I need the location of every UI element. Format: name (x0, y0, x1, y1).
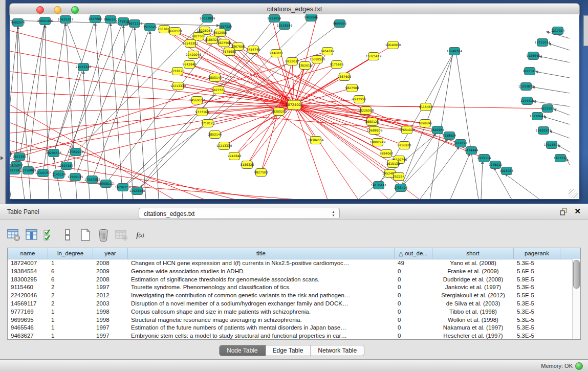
network-node[interactable]: 1217924 (551, 27, 565, 35)
network-node[interactable]: 1615132 (386, 160, 400, 168)
network-node[interactable]: 12923448 (129, 187, 145, 195)
float-panel-icon[interactable] (560, 208, 568, 215)
network-node[interactable]: 1527602 (89, 15, 102, 23)
network-node[interactable]: 9474444 (465, 147, 478, 155)
network-node[interactable]: 2718120 (201, 120, 215, 127)
network-node[interactable]: 8186328 (205, 36, 219, 44)
table-row[interactable]: 911546021997Tourette syndrome. Phenomeno… (8, 283, 580, 292)
network-node[interactable]: 1025035 (500, 167, 514, 175)
table-row[interactable]: 1830029562008Estimation of significance … (8, 276, 580, 284)
vertical-scrollbar[interactable] (572, 259, 580, 340)
table-row[interactable]: 1938455462009Genome-wide association stu… (8, 268, 580, 276)
column-header-1[interactable]: in_degree (48, 248, 93, 259)
network-node[interactable]: 13505135 (68, 173, 83, 181)
network-node[interactable]: 1244419 (520, 97, 534, 105)
network-node[interactable]: 20206536 (46, 149, 62, 157)
network-node[interactable]: 11156869 (20, 167, 36, 174)
network-node[interactable]: 9175685 (330, 61, 344, 69)
network-node[interactable]: 17359928 (68, 148, 84, 156)
row-height-icon[interactable] (61, 228, 74, 242)
table-row[interactable]: 977716911998Corpus callosum shape and si… (8, 308, 580, 316)
column-header-0[interactable]: name (8, 248, 48, 259)
tab-network-table[interactable]: Network Table (311, 345, 364, 356)
network-node[interactable]: 16033809 (200, 15, 215, 23)
column-header-3[interactable]: title (128, 248, 395, 259)
network-node[interactable]: 19384554 (308, 137, 324, 144)
network-node[interactable]: 9756928 (398, 142, 411, 149)
column-header-6[interactable]: pagerank (514, 248, 560, 259)
network-node[interactable]: 16640910 (385, 41, 401, 49)
network-graph[interactable]: 9405574206914061065528715276028466160107… (10, 14, 580, 199)
network-node[interactable]: 12213339 (216, 142, 232, 150)
network-node[interactable]: 12093872 (518, 83, 534, 91)
network-node[interactable]: 20691406 (37, 17, 53, 25)
table-row[interactable]: 946554611997Estimation of the future num… (8, 324, 580, 332)
tab-edge-table[interactable]: Edge Table (266, 345, 311, 356)
network-node[interactable]: 19218586 (277, 22, 293, 30)
network-node[interactable]: 9242848 (183, 61, 197, 69)
network-node[interactable]: 17654923 (399, 126, 415, 134)
network-node[interactable]: 9827508 (345, 84, 359, 92)
table-selector-dropdown[interactable]: citations_edges.txt ▲▼ (139, 208, 340, 219)
table-row[interactable]: 946362711997Embryonic stem cells: a mode… (8, 332, 580, 340)
network-view-window[interactable]: citations_edges.txt 94055742069140610655… (9, 3, 580, 200)
network-node[interactable]: 18724007 (286, 100, 302, 110)
network-node[interactable]: 8186328 (241, 161, 254, 169)
network-node[interactable]: 16543382 (183, 40, 199, 48)
network-node[interactable]: 22420046 (186, 51, 202, 59)
network-node[interactable]: 8813054 (268, 15, 281, 23)
network-node[interactable]: 9175685 (223, 48, 236, 56)
new-table-icon[interactable] (79, 228, 92, 242)
network-node[interactable]: 1167533 (554, 155, 568, 162)
network-node[interactable]: 10688609 (367, 127, 383, 135)
network-node[interactable]: 15688520 (310, 56, 325, 63)
network-node[interactable]: 18807249 (370, 139, 386, 146)
network-node[interactable]: 21053346 (76, 63, 92, 71)
network-node[interactable]: 16958107 (98, 180, 114, 188)
window-resize-grip[interactable] (569, 189, 578, 198)
network-node[interactable]: 9245012 (489, 161, 503, 169)
network-node[interactable]: 2803144 (208, 74, 222, 82)
network-node[interactable]: 9115460 (419, 103, 433, 111)
network-node[interactable]: 9699695 (333, 20, 347, 28)
network-node[interactable]: 2718120 (171, 68, 185, 75)
table-settings-icon[interactable] (7, 228, 20, 242)
network-node[interactable]: 9129946 (527, 52, 540, 60)
network-node[interactable]: 1733426 (394, 184, 408, 192)
network-node[interactable]: 6679197 (454, 140, 468, 147)
network-node[interactable]: 8958924 (443, 132, 456, 140)
panel-collapse-arrow-icon[interactable] (1, 156, 4, 160)
network-node[interactable]: 18226058 (358, 107, 374, 115)
table-row[interactable]: 1456911722003Disruption of a novel membe… (8, 300, 580, 308)
column-header-2[interactable]: year (93, 248, 128, 259)
network-node[interactable]: 8912955 (213, 29, 227, 37)
network-node[interactable]: 8912955 (353, 96, 366, 103)
network-node[interactable]: 16648784 (447, 48, 463, 55)
network-node[interactable]: 8822037 (286, 58, 299, 65)
network-node[interactable]: 252254 (393, 173, 405, 181)
network-node[interactable]: 9227343 (523, 68, 537, 75)
network-node[interactable]: 14569117 (189, 97, 205, 104)
network-node[interactable]: 2803144 (208, 131, 222, 139)
network-node[interactable]: 1362615 (298, 62, 312, 70)
delete-table-disabled-icon[interactable] (115, 228, 128, 242)
tab-node-table[interactable]: Node Table (220, 345, 266, 356)
network-node[interactable]: 9884067 (380, 150, 394, 158)
network-node[interactable]: 16671358 (127, 20, 143, 28)
network-node[interactable]: 2935114 (477, 155, 491, 162)
delete-column-icon[interactable] (97, 228, 110, 242)
network-node[interactable]: 1640954 (431, 126, 445, 134)
table-row[interactable]: 969969511998Structural magnetic resonanc… (8, 316, 580, 324)
network-node[interactable]: 8454749 (321, 48, 335, 55)
network-node[interactable]: 15751074 (535, 39, 551, 47)
network-node[interactable]: 9405574 (11, 19, 25, 27)
show-column-icon[interactable] (25, 228, 38, 242)
network-node[interactable]: 16210643 (530, 113, 546, 120)
column-header-4[interactable]: △ out_de... (395, 248, 432, 259)
network-node[interactable]: 9777169 (195, 108, 209, 116)
close-panel-icon[interactable]: ✕ (574, 207, 581, 216)
select-checks-icon[interactable] (43, 228, 56, 242)
network-node[interactable]: 9242848 (228, 152, 242, 160)
network-node[interactable]: 16782759 (115, 184, 131, 191)
network-node[interactable]: 8427552 (212, 86, 226, 94)
